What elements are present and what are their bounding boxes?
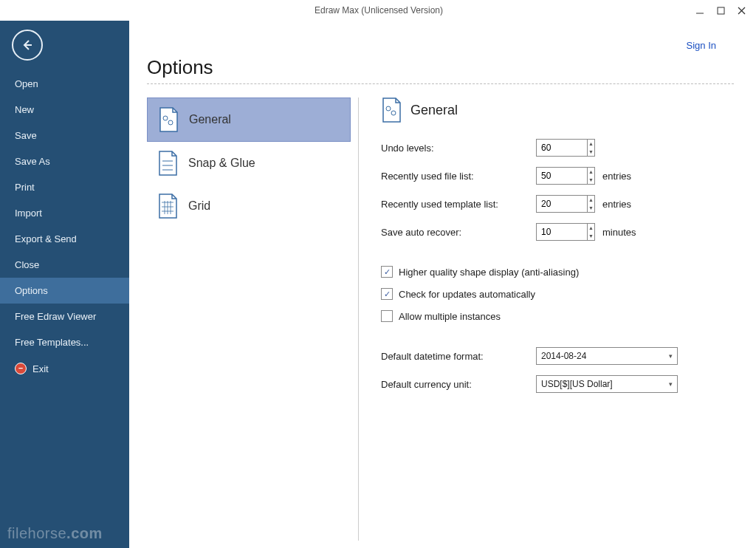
- sign-in-link[interactable]: Sign In: [687, 40, 716, 51]
- tab-snap-glue[interactable]: Snap & Glue: [147, 142, 351, 185]
- sidebar-item-export-send[interactable]: Export & Send: [0, 226, 129, 252]
- window-title: Edraw Max (Unlicensed Version): [63, 5, 694, 16]
- sidebar-item-close[interactable]: Close: [0, 252, 129, 278]
- tab-label: General: [189, 113, 231, 126]
- sidebar-item-print[interactable]: Print: [0, 174, 129, 200]
- watermark: filehorse.com: [7, 525, 103, 542]
- spinner-down-icon[interactable]: ▼: [588, 148, 594, 156]
- sidebar-item-options[interactable]: Options: [0, 278, 129, 304]
- sidebar-item-open[interactable]: Open: [0, 71, 129, 97]
- tab-label: Grid: [188, 199, 210, 213]
- sidebar-item-exit[interactable]: – Exit: [0, 355, 129, 382]
- close-button[interactable]: [735, 4, 747, 16]
- currency-unit-select[interactable]: USD[$][US Dollar] ▾: [536, 375, 678, 393]
- maximize-button[interactable]: [715, 4, 726, 16]
- minimize-button[interactable]: [694, 4, 706, 16]
- sidebar: Open New Save Save As Print Import Expor…: [0, 21, 129, 548]
- spinner-up-icon[interactable]: ▲: [588, 224, 594, 232]
- spinner-down-icon[interactable]: ▼: [588, 176, 594, 184]
- chevron-down-icon: ▾: [664, 348, 677, 364]
- datetime-format-label: Default datetime format:: [381, 351, 536, 362]
- recent-templates-label: Recently used template list:: [381, 199, 536, 210]
- tab-grid[interactable]: Grid: [147, 185, 351, 227]
- section-title: General: [410, 103, 458, 118]
- divider: [147, 83, 734, 84]
- spinner-up-icon[interactable]: ▲: [588, 196, 594, 204]
- tab-general[interactable]: General: [147, 97, 351, 142]
- sidebar-item-save-as[interactable]: Save As: [0, 148, 129, 174]
- grid-icon: [157, 193, 178, 219]
- options-tabs: General Snap & Glue Grid: [147, 97, 359, 541]
- sidebar-item-free-templates[interactable]: Free Templates...: [0, 329, 129, 355]
- spinner-up-icon[interactable]: ▲: [588, 168, 594, 176]
- auto-recover-label: Save auto recover:: [381, 227, 536, 238]
- undo-levels-label: Undo levels:: [381, 143, 536, 154]
- back-button[interactable]: [12, 30, 43, 61]
- auto-recover-input[interactable]: ▲▼: [536, 223, 595, 241]
- svg-rect-1: [718, 7, 724, 14]
- sidebar-item-save[interactable]: Save: [0, 123, 129, 148]
- sidebar-item-free-viewer[interactable]: Free Edraw Viewer: [0, 304, 129, 329]
- snap-glue-icon: [157, 151, 178, 176]
- spinner-down-icon[interactable]: ▼: [588, 232, 594, 240]
- currency-unit-label: Default currency unit:: [381, 379, 536, 390]
- general-section-icon: [381, 97, 402, 123]
- recent-files-input[interactable]: ▲▼: [536, 167, 595, 185]
- spinner-down-icon[interactable]: ▼: [588, 204, 594, 212]
- undo-levels-input[interactable]: ▲▼: [536, 139, 595, 157]
- exit-icon: –: [15, 363, 27, 374]
- tab-label: Snap & Glue: [188, 157, 255, 170]
- page-title: Options: [147, 56, 734, 79]
- recent-templates-input[interactable]: ▲▼: [536, 195, 595, 213]
- chevron-down-icon: ▾: [664, 376, 677, 392]
- updates-label: Check for updates automatically: [399, 289, 535, 300]
- general-icon: [158, 107, 179, 132]
- spinner-up-icon[interactable]: ▲: [588, 140, 594, 148]
- antialias-checkbox[interactable]: ✓: [381, 266, 393, 278]
- datetime-format-select[interactable]: 2014-08-24 ▾: [536, 347, 678, 365]
- sidebar-item-new[interactable]: New: [0, 97, 129, 123]
- recent-files-label: Recently used file list:: [381, 171, 536, 182]
- multi-instance-label: Allow multiple instances: [399, 311, 501, 322]
- multi-instance-checkbox[interactable]: [381, 310, 393, 322]
- sidebar-item-import[interactable]: Import: [0, 200, 129, 226]
- titlebar: Edraw Max (Unlicensed Version): [0, 0, 756, 21]
- updates-checkbox[interactable]: ✓: [381, 288, 393, 300]
- antialias-label: Higher quality shape display (anti-alias…: [399, 267, 579, 278]
